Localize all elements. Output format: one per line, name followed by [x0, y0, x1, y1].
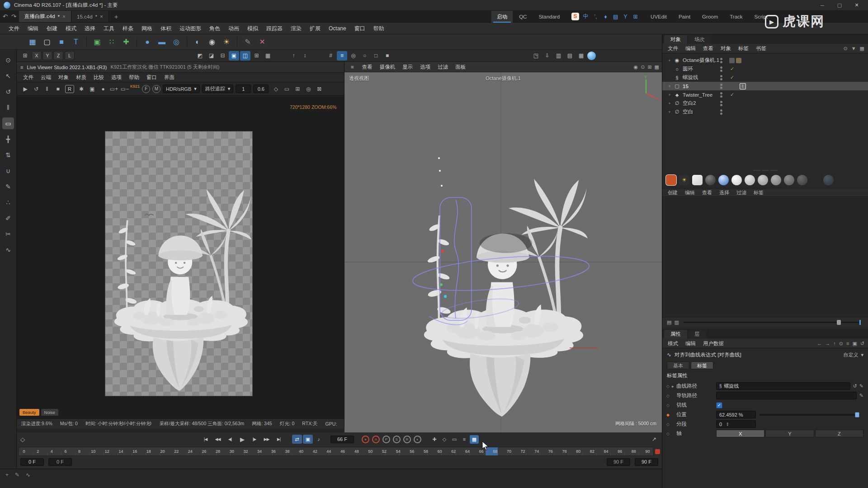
- enabled-check-icon[interactable]: ✓: [730, 75, 734, 80]
- expander-icon[interactable]: ▸: [672, 384, 676, 389]
- res-down-button[interactable]: ▭−: [120, 84, 130, 94]
- lock-icon[interactable]: ▣: [852, 341, 857, 347]
- viewport-option-icon[interactable]: ◳: [531, 51, 541, 61]
- close-tab-icon[interactable]: ×: [100, 14, 103, 20]
- menu-item[interactable]: 窗口: [143, 73, 160, 82]
- viewport-canvas[interactable]: y x 透视视图 Octane摄像机.1 网格间隔 : 5000 cm: [344, 72, 662, 432]
- search-icon[interactable]: ⊙: [843, 46, 847, 52]
- spray-tool[interactable]: ∴: [2, 197, 14, 208]
- menu-item[interactable]: 云端: [37, 73, 55, 82]
- layout-tab[interactable]: QC: [514, 11, 532, 23]
- refresh-icon[interactable]: ↺: [860, 341, 864, 347]
- render-stop-button[interactable]: ■: [53, 84, 63, 94]
- menu-item[interactable]: 比较: [90, 73, 108, 82]
- keyframe-dot[interactable]: ◇: [666, 432, 670, 436]
- layout-toggle-icon[interactable]: ▦: [655, 64, 659, 70]
- list-view-icon[interactable]: ▤: [667, 319, 671, 325]
- pause-tool[interactable]: ‖: [2, 102, 14, 113]
- snap-toggle-icon[interactable]: #: [326, 51, 336, 61]
- marker-icon[interactable]: ≡: [460, 435, 469, 444]
- apps-grid-icon[interactable]: ⊞: [632, 14, 639, 20]
- mode-toggle-icon[interactable]: ◫: [240, 51, 250, 61]
- text-spline-button[interactable]: T: [70, 36, 82, 48]
- menu-item[interactable]: 体积: [156, 23, 175, 34]
- loop-toggle[interactable]: ⇄: [292, 435, 302, 444]
- menu-item[interactable]: 过滤: [434, 62, 452, 72]
- object-tags[interactable]: [729, 58, 741, 63]
- goto-start-button[interactable]: |◀: [200, 435, 211, 444]
- forward-icon[interactable]: →: [825, 341, 830, 347]
- section-tab[interactable]: 基本: [667, 361, 689, 369]
- group-title[interactable]: 标签属性: [662, 371, 868, 380]
- layout-tab[interactable]: 启动: [491, 11, 513, 23]
- mode-toggle-icon[interactable]: ◪: [206, 51, 217, 61]
- brush-tool[interactable]: ✐: [2, 212, 14, 224]
- record-param-toggle[interactable]: ◐: [414, 436, 421, 443]
- menu-item[interactable]: 工具: [99, 23, 118, 34]
- magnet-tool[interactable]: ∪: [2, 165, 14, 177]
- align-to-spline-tag[interactable]: ⌇: [740, 83, 746, 89]
- prev-frame-button[interactable]: ◀|: [224, 435, 236, 444]
- keyframe-dot[interactable]: ◇: [666, 403, 670, 407]
- expander-icon[interactable]: +: [667, 109, 672, 115]
- tangential-checkbox[interactable]: ✓: [716, 402, 722, 408]
- back-icon[interactable]: ←: [817, 341, 822, 347]
- axis-lock-button[interactable]: Y: [42, 51, 52, 60]
- segments-field[interactable]: 0 ▲▼: [716, 420, 756, 428]
- visibility-dots[interactable]: [720, 58, 722, 63]
- menu-item[interactable]: 渲染: [287, 23, 306, 34]
- new-document-button[interactable]: +: [109, 11, 123, 22]
- expander-icon[interactable]: +: [667, 101, 672, 106]
- menu-item[interactable]: 对象: [55, 73, 72, 82]
- position-slider[interactable]: [760, 414, 860, 416]
- document-tab[interactable]: 15.c4d * ×: [71, 11, 109, 22]
- keyframe-dot-active[interactable]: ◆: [666, 413, 670, 417]
- capsule-primitive-button[interactable]: ▬: [156, 36, 168, 48]
- preview-end-field[interactable]: 90 F: [607, 458, 630, 466]
- xpresso-button[interactable]: ✕: [256, 36, 269, 48]
- menu-item[interactable]: 模式: [61, 23, 80, 34]
- film-settings-button[interactable]: F: [142, 85, 150, 93]
- layout-tab[interactable]: UVEdit: [645, 11, 672, 23]
- current-frame-field[interactable]: 66 F: [330, 436, 354, 443]
- menu-item[interactable]: 模式: [664, 338, 682, 349]
- tree-row-octane-camera[interactable]: + ◉ Octane摄像机.1 ✓ ⌇: [662, 56, 868, 65]
- menu-item[interactable]: 跟踪器: [262, 23, 287, 34]
- translate-icon[interactable]: 中: [582, 13, 589, 20]
- preset-select[interactable]: 自定义 ▾: [843, 352, 863, 358]
- maximize-button[interactable]: ▢: [832, 1, 847, 10]
- tree-row-null2[interactable]: + ∅ 空白2 ✓ ⌇: [662, 99, 868, 108]
- select-cursor-tool[interactable]: ↖: [2, 70, 14, 82]
- screenshot-logo-icon[interactable]: S: [571, 13, 579, 20]
- keyframe-dot[interactable]: ◇: [666, 384, 670, 388]
- rect-select-tool[interactable]: ▭: [2, 117, 14, 129]
- render-preview[interactable]: [105, 131, 252, 396]
- menu-item[interactable]: 书签: [752, 44, 770, 53]
- panel-menu-icon[interactable]: ≡: [20, 65, 23, 70]
- res-up-button[interactable]: ▭+: [109, 84, 119, 94]
- sep[interactable]: [86, 37, 87, 47]
- camera-object-button[interactable]: ◉: [206, 36, 218, 48]
- ime-icon[interactable]: ʼ,: [592, 14, 599, 20]
- menu-item[interactable]: 扩展: [306, 23, 325, 34]
- menu-item[interactable]: 选择: [80, 23, 99, 34]
- enabled-check-icon[interactable]: ✓: [730, 92, 734, 98]
- menu-item[interactable]: 编辑: [681, 187, 698, 198]
- sep[interactable]: [137, 37, 137, 47]
- tree-row-null[interactable]: + ∅ 空白 ✓ ⌇: [662, 108, 868, 116]
- menu-item[interactable]: 选择: [716, 187, 733, 198]
- snap-toggle-icon[interactable]: ■: [382, 51, 392, 61]
- keyframe-selection-icon[interactable]: ✚: [430, 435, 439, 444]
- focus-pick-icon[interactable]: ●: [98, 84, 108, 94]
- rail-path-link-field[interactable]: [716, 392, 857, 399]
- region-render-button[interactable]: R: [65, 85, 74, 93]
- matrix-button[interactable]: ∷: [105, 36, 118, 48]
- expand-timeline-button[interactable]: ↗: [652, 436, 658, 442]
- render-view-button[interactable]: ▦: [26, 36, 39, 48]
- menu-item[interactable]: 界面: [160, 73, 178, 82]
- mode-toggle-icon[interactable]: ⊞: [251, 51, 262, 61]
- menu-item[interactable]: 模拟: [243, 23, 262, 34]
- menu-item[interactable]: 帮助: [125, 73, 143, 82]
- material-sphere-5[interactable]: [784, 175, 794, 185]
- material-sphere-4[interactable]: [771, 175, 781, 185]
